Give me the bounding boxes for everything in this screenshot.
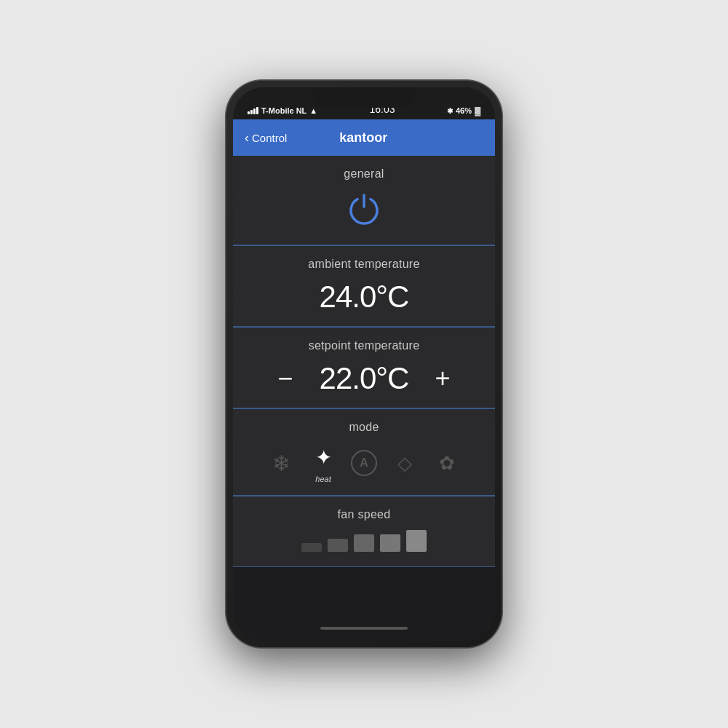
fan-speed-card: fan speed [233,496,495,567]
general-title: general [344,167,384,181]
back-chevron-icon: ‹ [245,130,249,146]
mode-heat-label: heat [315,475,331,483]
wifi-icon: ▲ [309,106,317,115]
signal-bars [248,107,258,114]
fan-bar-4[interactable] [380,534,400,552]
mode-title: mode [349,421,379,434]
fan-bar-1[interactable] [301,543,322,552]
mode-fan-button[interactable]: ✿ [432,448,462,478]
fan-speed-title: fan speed [338,508,391,521]
setpoint-title: setpoint temperature [309,339,420,352]
setpoint-control: − 22.0°C + [269,361,459,396]
mode-dry-button[interactable]: ◇ [390,448,419,478]
auto-icon: A [351,450,377,476]
mode-card: mode ❄ ✦ heat A [233,408,495,496]
battery-icon: ▓ [475,106,480,115]
mode-cool-button[interactable]: ❄ [266,448,296,478]
phone-screen: T-Mobile NL ▲ 16:03 ✱ 46% ▓ ‹ Control ka… [233,87,495,641]
content-area: general ambient temperature 24.0°C s [233,156,495,616]
back-button[interactable]: ‹ Control [245,130,287,146]
ambient-value: 24.0°C [320,280,409,314]
decrease-button[interactable]: − [269,363,302,395]
back-label: Control [252,132,287,144]
signal-bar-4 [256,107,258,114]
increase-button[interactable]: + [426,363,459,395]
signal-bar-3 [253,108,256,114]
power-icon [345,191,383,232]
heat-icon: ✦ [309,443,338,472]
fan-bar-5[interactable] [406,530,427,552]
cool-icon: ❄ [266,448,296,478]
battery-percent: 46% [456,106,472,115]
general-card: general [233,156,495,245]
power-button[interactable] [342,189,386,233]
home-indicator [233,616,495,641]
setpoint-value: 22.0°C [320,361,409,396]
ambient-card: ambient temperature 24.0°C [233,245,495,327]
status-left: T-Mobile NL ▲ [248,106,317,115]
home-bar [320,627,408,630]
bluetooth-icon: ✱ [447,107,453,115]
fan-bar-2[interactable] [328,539,348,552]
fan-speed-bars [301,530,427,552]
mode-auto-button[interactable]: A [351,450,377,476]
nav-bar: ‹ Control kantoor [233,119,495,156]
ambient-title: ambient temperature [308,258,419,271]
mode-icons-row: ❄ ✦ heat A ◇ [266,443,462,483]
mode-heat-button[interactable]: ✦ heat [309,443,338,483]
signal-bar-1 [248,111,250,114]
phone-device: T-Mobile NL ▲ 16:03 ✱ 46% ▓ ‹ Control ka… [226,80,502,648]
nav-title: kantoor [287,130,440,146]
notch [313,87,415,108]
setpoint-card: setpoint temperature − 22.0°C + [233,327,495,408]
fan-bar-3[interactable] [354,534,374,552]
carrier-label: T-Mobile NL [261,106,306,115]
status-right: ✱ 46% ▓ [447,106,480,115]
dry-icon: ◇ [390,448,419,478]
signal-bar-2 [250,110,253,114]
fan-icon: ✿ [432,448,462,478]
